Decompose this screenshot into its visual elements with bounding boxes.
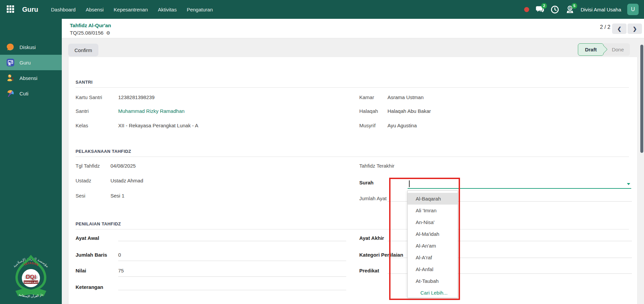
- activities-button[interactable]: [550, 5, 559, 14]
- app-title: Guru: [22, 6, 38, 13]
- field-value: Ustadz Ahmad: [110, 178, 143, 183]
- discuss-icon: [6, 43, 15, 51]
- absensi-icon: [6, 74, 15, 82]
- state-draft[interactable]: Draft: [578, 43, 604, 56]
- sidebar: Diskusi Guru Absensi: [0, 19, 62, 304]
- sidebar-label: Cuti: [19, 91, 29, 96]
- field-jumlah-baris: Jumlah Baris 0: [76, 252, 346, 260]
- dropdown-item[interactable]: Al-Anfal: [408, 263, 458, 275]
- field-value: Ayu Agustina: [387, 123, 417, 128]
- dropdown-item[interactable]: Al-A'raf: [408, 252, 458, 263]
- chevron-right-icon: ❯: [633, 26, 637, 32]
- sidebar-label: Guru: [19, 60, 31, 66]
- jumlah-baris-input[interactable]: 0: [118, 252, 346, 261]
- field-santri: Santri Muhammad Rizky Ramadhan: [76, 108, 346, 116]
- sidebar-label: Diskusi: [19, 44, 36, 50]
- breadcrumb-bar: Tahfidz Al-Qur'an TQ/25.08/0156⚙ 2 / 2 ❮…: [62, 19, 644, 38]
- statusbar: Draft Done: [578, 43, 630, 56]
- surah-combobox-input[interactable]: [408, 180, 631, 189]
- field-value: Sesi 1: [110, 193, 125, 199]
- dropdown-item[interactable]: Al-An'am: [408, 240, 458, 252]
- foundation-logo: مؤسسة التربية الإسلامية YAYASAN DQI TANA…: [2, 249, 60, 304]
- field-label: Surah: [359, 180, 387, 185]
- field-kamar: Kamar Asrama Ustman: [359, 94, 632, 102]
- field-label: Tahfidz Terakhir: [359, 163, 387, 169]
- main-menu: Dashboard Absensi Kepesantrenan Aktivita…: [51, 7, 213, 12]
- field-value: XII - Rekayasa Perangkat Lunak - A: [118, 123, 198, 128]
- dropdown-item[interactable]: Ali 'Imran: [408, 205, 458, 216]
- menu-kepesantrenan[interactable]: Kepesantrenan: [114, 7, 148, 12]
- text-cursor: [409, 180, 410, 187]
- field-label: Nilai: [76, 268, 118, 273]
- field-tgl-tahfidz: Tgl Tahfidz 04/08/2025: [76, 163, 346, 171]
- messages-badge: 2: [541, 3, 547, 9]
- action-bar: Confirm Draft Done: [62, 38, 644, 57]
- pager-prev-button[interactable]: ❮: [612, 24, 627, 34]
- dropdown-item[interactable]: An-Nisa': [408, 216, 458, 228]
- dropdown-search-more[interactable]: Cari Lebih...: [408, 287, 458, 299]
- field-label: Ayat Awal: [76, 235, 118, 241]
- field-label: Kartu Santri: [76, 94, 118, 100]
- company-name[interactable]: Divisi Amal Usaha: [581, 7, 621, 12]
- ayat-awal-input[interactable]: [118, 235, 346, 241]
- sidebar-item-absensi[interactable]: Absensi: [0, 70, 62, 86]
- field-label: Jumlah Baris: [76, 252, 118, 258]
- nilai-input[interactable]: 75: [118, 268, 346, 277]
- field-kartu-santri: Kartu Santri 1238281398239: [76, 94, 346, 102]
- field-value: 1238281398239: [118, 94, 154, 100]
- menu-pengaturan[interactable]: Pengaturan: [187, 7, 213, 12]
- confirm-button[interactable]: Confirm: [68, 44, 98, 56]
- pager-next-button[interactable]: ❯: [628, 24, 642, 34]
- pager-count: 2 / 2: [600, 24, 610, 30]
- field-value: 04/08/2025: [110, 163, 136, 169]
- field-label: Kelas: [76, 123, 118, 128]
- field-label: Keterangan: [76, 284, 118, 290]
- field-nilai: Nilai 75: [76, 268, 346, 276]
- field-label: Predikat: [359, 268, 387, 273]
- sidebar-item-cuti[interactable]: Cuti: [0, 86, 62, 101]
- menu-dashboard[interactable]: Dashboard: [51, 7, 76, 12]
- keterangan-input[interactable]: [118, 284, 346, 290]
- menu-aktivitas[interactable]: Aktivitas: [158, 7, 177, 12]
- requests-button[interactable]: $ 5: [565, 5, 574, 14]
- field-kategori-penilaian: Kategori Penilaian: [359, 252, 632, 260]
- dropdown-item[interactable]: Al-Baqarah: [408, 193, 458, 205]
- top-navbar: Guru Dashboard Absensi Kepesantrenan Akt…: [0, 0, 644, 19]
- user-avatar[interactable]: U: [627, 4, 639, 15]
- field-halaqah: Halaqah Halaqah Abu Bakar: [359, 108, 632, 116]
- chevron-left-icon: ❮: [617, 26, 622, 32]
- cuti-umbrella-icon: [6, 89, 15, 98]
- scrollbar-thumb[interactable]: [640, 45, 643, 153]
- chevron-down-icon[interactable]: [627, 183, 630, 185]
- logo-initials: DQI: [26, 274, 36, 280]
- field-jumlah-ayat: Jumlah Ayat: [359, 196, 632, 204]
- section-title-pelaksanaan: PELAKSANAAN TAHFIDZ: [76, 149, 629, 157]
- state-done-label: Done: [612, 47, 624, 52]
- surah-dropdown: Al-Baqarah Ali 'Imran An-Nisa' Al-Ma'ida…: [407, 190, 458, 298]
- menu-absensi[interactable]: Absensi: [86, 7, 103, 12]
- dropdown-item[interactable]: At-Taubah: [408, 275, 458, 287]
- status-dot-icon: [524, 7, 529, 12]
- messages-button[interactable]: 2: [535, 5, 544, 14]
- label-tahfidz-terakhir: Tahfidz Terakhir: [359, 163, 632, 171]
- requests-badge: 5: [571, 3, 577, 9]
- state-done[interactable]: Done: [604, 43, 630, 56]
- gear-icon[interactable]: ⚙: [106, 30, 110, 36]
- guru-icon: [6, 58, 15, 67]
- santri-link[interactable]: Muhammad Rizky Ramadhan: [118, 108, 185, 114]
- field-label: Sesi: [76, 193, 110, 199]
- sidebar-item-guru[interactable]: Guru: [0, 55, 62, 70]
- field-keterangan: Keterangan: [76, 284, 346, 292]
- record-name: TQ/25.08/0156: [70, 30, 103, 36]
- logo-region: TANAH LAUT: [24, 281, 39, 284]
- field-musyrif: Musyrif Ayu Agustina: [359, 123, 632, 131]
- field-sesi: Sesi Sesi 1: [76, 193, 346, 201]
- field-kelas: Kelas XII - Rekayasa Perangkat Lunak - A: [76, 123, 346, 131]
- breadcrumb-parent-link[interactable]: Tahfidz Al-Qur'an: [70, 23, 111, 28]
- apps-grid-icon[interactable]: [7, 5, 15, 13]
- dropdown-item[interactable]: Al-Ma'idah: [408, 228, 458, 240]
- field-value: Asrama Ustman: [387, 94, 424, 100]
- field-label: Ayat Akhir: [359, 235, 387, 241]
- sidebar-item-diskusi[interactable]: Diskusi: [0, 39, 62, 55]
- field-ustadz: Ustadz Ustadz Ahmad: [76, 178, 346, 186]
